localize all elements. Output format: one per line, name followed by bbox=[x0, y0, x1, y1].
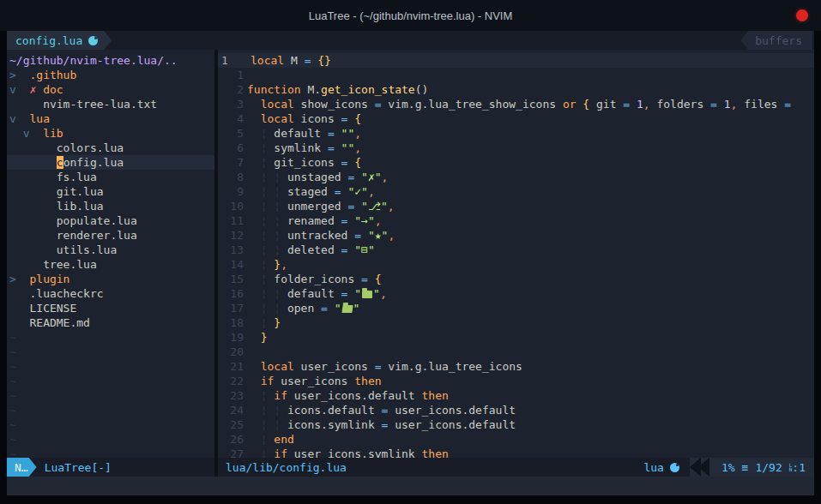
code-line[interactable]: 17 ¦ ¦ open = "" bbox=[218, 301, 814, 315]
empty-line-tilde: ~ bbox=[7, 417, 214, 432]
empty-line-tilde: ~ bbox=[7, 388, 214, 403]
tree-cursor: c bbox=[57, 156, 63, 169]
line-number: 23 bbox=[218, 388, 247, 403]
empty-line-tilde: ~ bbox=[7, 330, 214, 345]
empty-line-tilde: ~ bbox=[7, 345, 214, 359]
folder-open-icon bbox=[341, 305, 353, 313]
code-line[interactable]: 16 ¦ ¦ default = "", bbox=[218, 286, 814, 301]
line-number: 16 bbox=[218, 286, 247, 301]
code-line[interactable]: 4 local icons = { bbox=[218, 111, 814, 126]
code-text: function M.get_icon_state() bbox=[247, 82, 814, 97]
code-line[interactable]: 12 ¦ ¦ untracked = "★", bbox=[218, 228, 814, 243]
code-line[interactable]: 25 ¦ ¦ icons.symlink = user_icons.defaul… bbox=[218, 417, 814, 432]
line-value: :1 bbox=[792, 461, 806, 474]
close-button-icon[interactable] bbox=[796, 9, 808, 21]
code-line[interactable]: 5 ¦ default = "", bbox=[218, 126, 814, 141]
code-text: ¦ ¦ icons.default = user_icons.default bbox=[247, 403, 814, 417]
code-line[interactable]: 20 bbox=[218, 345, 814, 359]
line-number: 3 bbox=[218, 97, 247, 111]
folder-icon bbox=[362, 291, 372, 298]
code-text: local icons = { bbox=[247, 111, 814, 126]
code-line[interactable]: 7 ¦ git_icons = { bbox=[218, 155, 814, 170]
line-number: 24 bbox=[218, 403, 247, 417]
code-line[interactable]: 13 ¦ ¦ deleted = "⊟" bbox=[218, 243, 814, 257]
tree-row-plugin[interactable]: > plugin bbox=[7, 272, 214, 286]
code-line[interactable]: 22 if user_icons then bbox=[218, 374, 814, 388]
tree-row-colors-lua[interactable]: colors.lua bbox=[7, 141, 214, 155]
code-line[interactable]: 2function M.get_icon_state() bbox=[218, 82, 814, 97]
tree-row-lib[interactable]: v lib bbox=[7, 126, 214, 141]
empty-line-tilde: ~ bbox=[7, 447, 214, 458]
code-line[interactable]: 14 ¦ }, bbox=[218, 257, 814, 272]
code-line[interactable]: 27 ¦ if user_icons.symlink then bbox=[218, 447, 814, 458]
window-title: LuaTree - (~/github/nvim-tree.lua) - NVI… bbox=[309, 9, 513, 22]
tree-row-lua[interactable]: v lua bbox=[7, 111, 214, 126]
tree-row-renderer-lua[interactable]: renderer.lua bbox=[7, 228, 214, 243]
nvim-window: LuaTree - (~/github/nvim-tree.lua) - NVI… bbox=[0, 0, 821, 504]
code-line[interactable]: 3 local show_icons = vim.g.lua_tree_show… bbox=[218, 97, 814, 111]
code-line[interactable]: 8 ¦ ¦ unstaged = "✗", bbox=[218, 170, 814, 184]
code-line[interactable]: 1 bbox=[218, 68, 814, 82]
line-number: 4 bbox=[218, 111, 247, 126]
code-text bbox=[247, 345, 814, 359]
code-text: ¦ ¦ untracked = "★", bbox=[247, 228, 814, 243]
code-line[interactable]: 10 ¦ ¦ unmerged = "⎇", bbox=[218, 199, 814, 213]
line-indicator: LN:1 bbox=[789, 461, 806, 474]
tree-row-fs-lua[interactable]: fs.lua bbox=[7, 170, 214, 184]
tree-root[interactable]: ~/github/nvim-tree.lua/.. bbox=[7, 53, 214, 68]
tree-row-config-lua[interactable]: config.lua bbox=[7, 155, 214, 170]
line-number: 12 bbox=[218, 228, 247, 243]
code-line[interactable]: 19 } bbox=[218, 330, 814, 345]
code-line[interactable]: 21 local user_icons = vim.g.lua_tree_ico… bbox=[218, 359, 814, 374]
editor-buffer[interactable]: 1local M = {}12function M.get_icon_state… bbox=[218, 50, 814, 458]
code-line[interactable]: 18 ¦ } bbox=[218, 315, 814, 330]
empty-line-tilde: ~ bbox=[7, 403, 214, 417]
tree-row-nvim-tree-lua-txt[interactable]: nvim-tree-lua.txt bbox=[7, 97, 214, 111]
tree-row-tree-lua[interactable]: tree.lua bbox=[7, 257, 214, 272]
code-line[interactable]: 23 ¦ if user_icons.default then bbox=[218, 388, 814, 403]
line-number: 9 bbox=[218, 184, 247, 199]
code-line[interactable]: 1local M = {} bbox=[218, 53, 814, 68]
terminal: config.lua buffers ~/github/nvim-tree.lu… bbox=[7, 31, 814, 495]
tree-row-license[interactable]: LICENSE bbox=[7, 301, 214, 315]
line-number: 20 bbox=[218, 345, 247, 359]
tree-row-github[interactable]: > .github bbox=[7, 68, 214, 82]
panes: ~/github/nvim-tree.lua/..> .githubv ✗ do… bbox=[7, 50, 814, 458]
buffers-label[interactable]: buffers bbox=[740, 31, 812, 50]
file-tree[interactable]: ~/github/nvim-tree.lua/..> .githubv ✗ do… bbox=[7, 50, 214, 458]
code-line[interactable]: 6 ¦ symlink = "", bbox=[218, 141, 814, 155]
code-line[interactable]: 15 ¦ folder_icons = { bbox=[218, 272, 814, 286]
cmdline[interactable] bbox=[7, 477, 814, 495]
statusline-spacer bbox=[347, 458, 644, 477]
code-text: } bbox=[247, 330, 814, 345]
code-text: ¦ ¦ deleted = "⊟" bbox=[247, 243, 814, 257]
code-text: ¦ folder_icons = { bbox=[247, 272, 814, 286]
code-line[interactable]: 26 ¦ end bbox=[218, 432, 814, 447]
line-number: 8 bbox=[218, 170, 247, 184]
tree-row-git-lua[interactable]: git.lua bbox=[7, 184, 214, 199]
tree-row-populate-lua[interactable]: populate.lua bbox=[7, 213, 214, 228]
statusline-buffer-label: LuaTree[-] bbox=[37, 458, 112, 477]
line-number: 26 bbox=[218, 432, 247, 447]
cursor-position: 1/92 bbox=[755, 461, 782, 474]
line-number: 1 bbox=[218, 53, 251, 68]
tree-row-luacheckrc[interactable]: .luacheckrc bbox=[7, 286, 214, 301]
code-text: ¦ ¦ open = "" bbox=[247, 301, 814, 315]
code-line[interactable]: 24 ¦ ¦ icons.default = user_icons.defaul… bbox=[218, 403, 814, 417]
scroll-percent: 1% bbox=[721, 461, 735, 474]
tab-config-lua[interactable]: config.lua bbox=[7, 31, 112, 50]
tree-row-readme-md[interactable]: README.md bbox=[7, 315, 214, 330]
code-text: ¦ symlink = "", bbox=[247, 141, 814, 155]
line-number: 22 bbox=[218, 374, 247, 388]
code-line[interactable]: 11 ¦ ¦ renamed = "→", bbox=[218, 213, 814, 228]
code-text: ¦ } bbox=[247, 315, 814, 330]
tree-row-lib-lua[interactable]: lib.lua bbox=[7, 199, 214, 213]
tree-row-doc[interactable]: v ✗ doc bbox=[7, 82, 214, 97]
code-line[interactable]: 9 ¦ ¦ staged = "✓", bbox=[218, 184, 814, 199]
line-number: 1 bbox=[218, 68, 247, 82]
line-number: 6 bbox=[218, 141, 247, 155]
line-number: 18 bbox=[218, 315, 247, 330]
line-number: 11 bbox=[218, 213, 247, 228]
code-text: ¦ ¦ icons.symlink = user_icons.default bbox=[247, 417, 814, 432]
tree-row-utils-lua[interactable]: utils.lua bbox=[7, 243, 214, 257]
